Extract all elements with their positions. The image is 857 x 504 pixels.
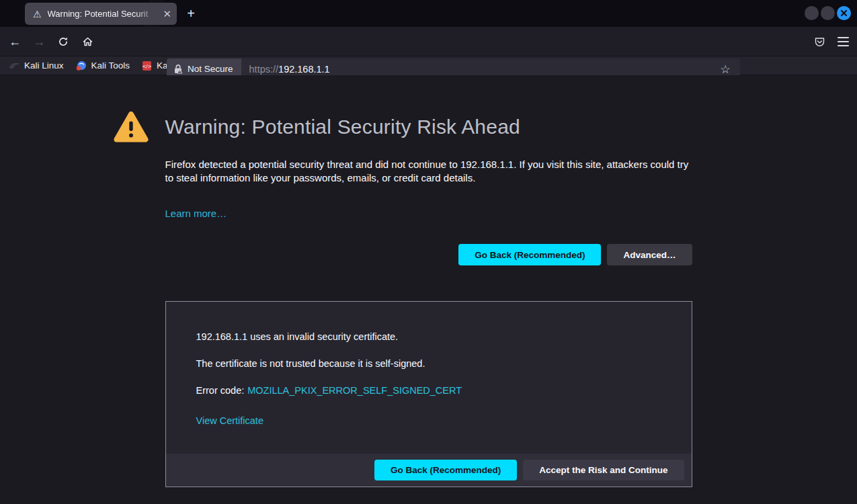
reload-button[interactable]: [54, 32, 73, 51]
url-host: 192.168.1.1: [278, 64, 330, 75]
url-text: https://192.168.1.1: [249, 64, 330, 75]
navigation-toolbar: ← → Not Secure h: [0, 27, 857, 56]
svg-text:</>: </>: [142, 63, 152, 69]
back-button[interactable]: ←: [5, 32, 24, 51]
threat-description: Firefox detected a potential security th…: [165, 158, 692, 184]
learn-more-link[interactable]: Learn more…: [165, 208, 227, 219]
browser-tab[interactable]: ⚠ Warning: Potential Securit ✕: [25, 3, 177, 25]
hamburger-icon: [838, 37, 849, 38]
go-back-button[interactable]: Go Back (Recommended): [458, 244, 601, 265]
error-code-label: Error code:: [196, 385, 245, 396]
error-code-row: Error code:MOZILLA_PKIX_ERROR_SELF_SIGNE…: [196, 385, 661, 396]
kali-tools-icon: [76, 60, 87, 71]
advanced-button[interactable]: Advanced…: [607, 244, 692, 265]
panel-go-back-button[interactable]: Go Back (Recommended): [374, 460, 517, 480]
kali-docs-icon: </>: [142, 60, 152, 71]
tab-warning-icon: ⚠: [33, 9, 42, 19]
security-chip-label: Not Secure: [188, 64, 233, 74]
new-tab-button[interactable]: +: [183, 5, 199, 22]
advanced-panel: 192.168.1.1 uses an invalid security cer…: [165, 301, 692, 487]
insecure-lock-icon: [173, 64, 183, 74]
close-window-button[interactable]: [837, 6, 851, 20]
accept-risk-button[interactable]: Accept the Risk and Continue: [523, 460, 684, 480]
pocket-icon: [814, 36, 825, 48]
url-scheme: https://: [249, 64, 279, 75]
error-code-link[interactable]: MOZILLA_PKIX_ERROR_SELF_SIGNED_CERT: [247, 385, 462, 396]
tab-close-icon[interactable]: ✕: [163, 9, 171, 19]
maximize-button[interactable]: [821, 6, 835, 20]
cert-reason-text: The certificate is not trusted because i…: [196, 358, 661, 369]
close-icon: [840, 9, 848, 17]
menu-button[interactable]: [833, 32, 852, 51]
cert-invalid-text: 192.168.1.1 uses an invalid security cer…: [196, 331, 661, 342]
browser-window: ⚠ Warning: Potential Securit ✕ + ← →: [0, 0, 857, 504]
page-title: Warning: Potential Security Risk Ahead: [165, 116, 692, 138]
window-controls: [805, 6, 851, 20]
kali-linux-icon: [9, 60, 19, 71]
advanced-panel-footer: Go Back (Recommended) Accept the Risk an…: [166, 454, 692, 487]
bookmark-kali-linux[interactable]: Kali Linux: [3, 59, 70, 73]
titlebar: ⚠ Warning: Potential Securit ✕ +: [0, 0, 857, 27]
forward-button[interactable]: →: [30, 32, 48, 51]
home-icon: [82, 36, 93, 47]
view-certificate-link[interactable]: View Certificate: [196, 415, 263, 426]
bookmark-kali-tools[interactable]: Kali Tools: [70, 59, 136, 73]
tab-title: Warning: Potential Securit: [48, 9, 161, 19]
warning-triangle-icon: [113, 110, 149, 144]
page-content: Warning: Potential Security Risk Ahead F…: [0, 75, 857, 504]
minimize-button[interactable]: [805, 6, 819, 20]
home-button[interactable]: [78, 32, 97, 51]
pocket-button[interactable]: [810, 32, 829, 51]
reload-icon: [58, 36, 69, 47]
